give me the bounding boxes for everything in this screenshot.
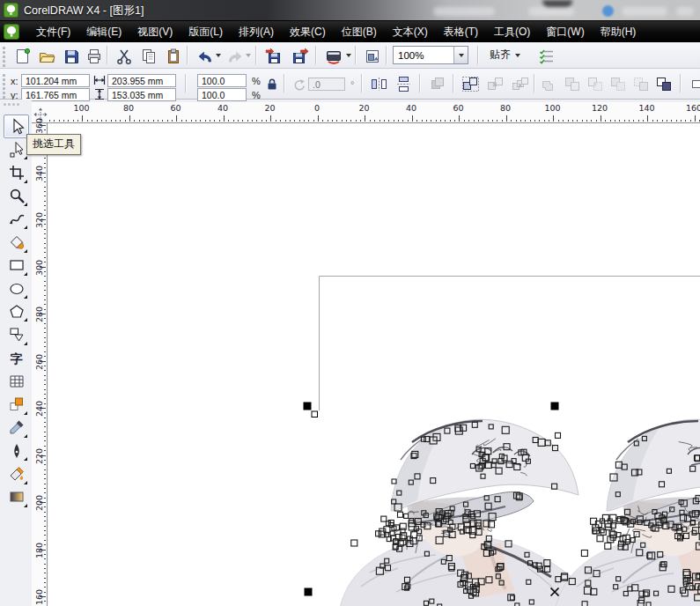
property-bar: x: 101.204 mm y: 161.765 mm 203.955 mm 1… [0, 69, 700, 100]
menu-item-9[interactable]: 工具(O) [486, 22, 538, 42]
import-button[interactable] [262, 45, 285, 68]
menu-item-5[interactable]: 效果(C) [282, 22, 334, 42]
shape-tool[interactable] [4, 137, 29, 161]
trim-button[interactable] [562, 73, 584, 94]
ungroup-button[interactable] [484, 73, 506, 94]
welcome-screen-button[interactable] [361, 45, 384, 68]
mirror-horizontal-button[interactable] [368, 73, 390, 94]
text-tool-glyph: 字 [11, 352, 23, 365]
v-ruler-label: 180 [34, 542, 44, 558]
menu-item-7[interactable]: 文本(X) [385, 22, 436, 42]
horizontal-ruler[interactable]: 10080604020020406080100120140160 [32, 102, 700, 123]
mirror-vertical-button[interactable] [393, 73, 415, 94]
copy-button[interactable] [137, 45, 160, 68]
pick-tool[interactable] [4, 115, 29, 138]
selection-handle-top-left[interactable] [304, 403, 312, 410]
menu-item-8[interactable]: 表格(T) [436, 22, 486, 42]
intersect-button[interactable] [585, 73, 607, 94]
ellipse-tool[interactable] [4, 277, 29, 300]
open-button[interactable] [35, 45, 58, 68]
zoom-combo-dropdown[interactable] [453, 47, 468, 63]
flyout-indicator [24, 481, 27, 484]
object-width-field[interactable]: 203.955 mm [107, 74, 176, 87]
selection-handle-middle-left[interactable] [305, 588, 313, 596]
menu-item-2[interactable]: 视图(V) [129, 22, 181, 42]
snap-to-label: 贴齐 [490, 48, 511, 63]
v-ruler-label: 160 [34, 589, 44, 605]
scale-horizontal-field[interactable]: 100.0 [197, 74, 247, 87]
document-icon[interactable] [4, 24, 19, 40]
convert-to-curves-button[interactable] [426, 73, 448, 94]
v-ruler-label: 240 [34, 401, 44, 417]
blend-tool[interactable] [4, 393, 29, 417]
x-position-field[interactable]: 101.204 mm [21, 74, 90, 87]
save-button[interactable] [60, 45, 83, 68]
menu-item-10[interactable]: 窗口(W) [538, 22, 592, 42]
rectangle-tool[interactable] [4, 254, 29, 277]
export-button[interactable] [289, 45, 312, 68]
object-height-field[interactable]: 153.035 mm [107, 88, 176, 101]
menu-item-3[interactable]: 版面(L) [181, 22, 231, 42]
paste-button[interactable] [162, 45, 185, 68]
tooltip-text: 挑选工具 [33, 137, 75, 150]
table-tool[interactable] [4, 369, 29, 393]
lock-ratio-icon[interactable] [266, 78, 278, 91]
zoom-level-combo[interactable]: 100% [393, 46, 468, 64]
eyedropper-tool[interactable] [4, 416, 29, 440]
weld-button[interactable] [539, 73, 561, 94]
smart-fill-tool[interactable] [4, 231, 29, 255]
menu-item-1[interactable]: 编辑(E) [78, 22, 129, 42]
app-icon [4, 3, 18, 18]
freehand-tool[interactable] [4, 207, 29, 231]
snap-to-dropdown-icon [515, 54, 520, 57]
snap-to-button[interactable]: 贴齐 [484, 45, 526, 65]
ungroup-all-button[interactable] [509, 73, 531, 94]
clipped-edge-button[interactable] [689, 73, 700, 94]
text-tool[interactable]: 字 [4, 346, 29, 370]
crop-tool[interactable] [4, 161, 29, 185]
flyout-indicator [24, 504, 27, 507]
print-button[interactable] [83, 45, 106, 68]
application-launcher-dropdown[interactable] [343, 45, 353, 66]
cut-button[interactable] [113, 45, 136, 68]
outline-tool[interactable] [4, 439, 29, 462]
zoom-level-value: 100% [394, 50, 453, 61]
menu-item-4[interactable]: 排列(A) [231, 22, 282, 42]
h-ruler-label: 120 [592, 103, 608, 113]
application-launcher-button[interactable] [322, 45, 345, 68]
drawing-canvas[interactable] [48, 123, 700, 606]
menu-item-11[interactable]: 帮助(H) [593, 22, 645, 42]
combine-button[interactable] [653, 73, 675, 94]
redo-dropdown[interactable] [243, 45, 253, 66]
h-ruler-label: 100 [544, 103, 560, 113]
flyout-indicator [24, 342, 27, 345]
flyout-indicator [24, 156, 27, 159]
fill-tool[interactable] [4, 462, 29, 486]
simplify-button[interactable] [608, 73, 630, 94]
vertical-ruler[interactable]: 360340320300280260240220200180160 [32, 123, 48, 606]
flyout-indicator [24, 434, 27, 438]
menu-item-0[interactable]: 文件(F) [28, 22, 78, 42]
polygon-tool[interactable] [4, 299, 29, 323]
curve-node[interactable] [312, 411, 318, 418]
menu-item-6[interactable]: 位图(B) [334, 22, 385, 42]
v-ruler-label: 320 [34, 212, 44, 228]
flyout-indicator [24, 225, 27, 229]
options-button[interactable] [535, 45, 558, 68]
degree-sign: ° [350, 79, 354, 90]
new-document-button[interactable] [11, 45, 33, 68]
interactive-fill-tool[interactable] [4, 485, 29, 509]
h-ruler-label: 80 [500, 103, 511, 113]
flyout-indicator [24, 272, 27, 276]
window-title: CorelDRAW X4 - [图形1] [24, 4, 144, 18]
selection-handle-top-center[interactable] [551, 403, 559, 410]
group-button[interactable] [460, 73, 482, 94]
undo-dropdown[interactable] [213, 45, 223, 66]
zoom-tool[interactable] [4, 184, 29, 208]
rotation-angle-field[interactable]: .0 [308, 78, 345, 91]
scale-vertical-field[interactable]: 100.0 [197, 88, 247, 101]
front-minus-back-button[interactable] [630, 73, 652, 94]
h-ruler-label: 100 [73, 103, 89, 113]
basic-shapes-tool[interactable] [4, 323, 29, 347]
h-ruler-label: 40 [406, 103, 416, 113]
